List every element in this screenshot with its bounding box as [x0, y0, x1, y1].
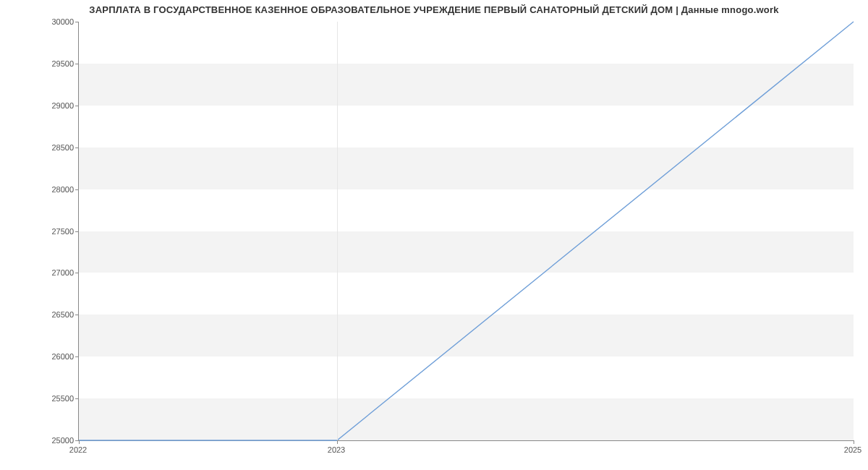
y-tick	[75, 22, 79, 22]
x-tick-label: 2023	[328, 445, 345, 454]
y-tick	[75, 273, 79, 273]
y-tick	[75, 189, 79, 190]
y-tick	[75, 231, 79, 232]
y-tick-label: 30000	[9, 17, 74, 26]
salary-line	[79, 22, 854, 440]
y-tick-label: 26000	[9, 352, 74, 361]
y-tick-label: 25000	[9, 436, 74, 445]
y-tick-label: 26500	[9, 310, 74, 319]
y-tick-label: 29500	[9, 59, 74, 68]
y-tick	[75, 398, 79, 399]
y-tick	[75, 315, 79, 315]
y-tick-label: 29000	[9, 101, 74, 110]
chart-title: ЗАРПЛАТА В ГОСУДАРСТВЕННОЕ КАЗЕННОЕ ОБРА…	[0, 4, 868, 15]
x-tick	[854, 440, 854, 444]
y-tick-label: 28000	[9, 185, 74, 194]
x-tick	[337, 440, 338, 444]
y-tick-label: 25500	[9, 394, 74, 403]
y-tick	[75, 440, 79, 441]
chart-container: ЗАРПЛАТА В ГОСУДАРСТВЕННОЕ КАЗЕННОЕ ОБРА…	[0, 0, 868, 470]
y-tick	[75, 106, 79, 106]
y-tick	[75, 356, 79, 357]
y-tick-label: 28500	[9, 143, 74, 152]
gridline-vertical	[337, 22, 338, 440]
x-tick-label: 2025	[844, 445, 861, 454]
y-tick	[75, 148, 79, 148]
plot-area	[78, 22, 854, 441]
y-tick	[75, 64, 79, 64]
x-tick-label: 2022	[69, 445, 87, 454]
y-tick-label: 27500	[9, 227, 74, 236]
y-tick-label: 27000	[9, 268, 74, 277]
x-tick	[79, 440, 80, 444]
line-series	[79, 22, 854, 440]
